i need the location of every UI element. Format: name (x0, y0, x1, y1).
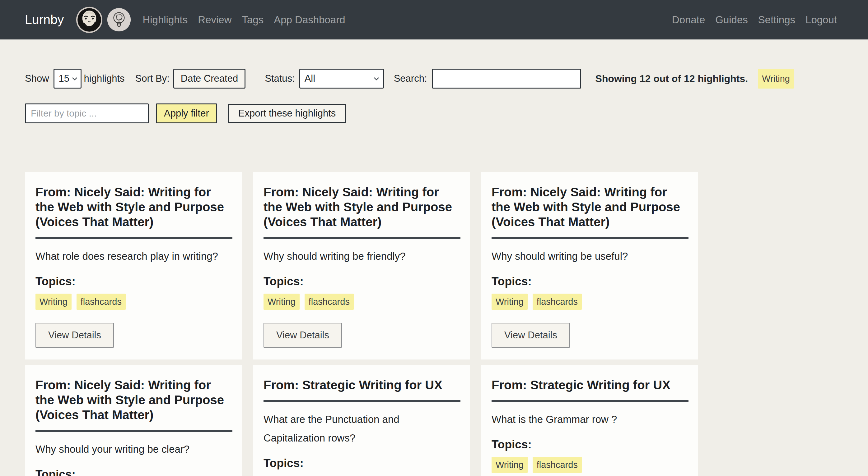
nav-links-right: Donate Guides Settings Logout (672, 14, 837, 26)
card-question: Why should writing be friendly? (264, 247, 460, 266)
card-topics-label: Topics: (492, 438, 688, 451)
nav-link-app-dashboard[interactable]: App Dashboard (274, 14, 345, 26)
status-select[interactable]: All (299, 69, 384, 89)
nav-link-guides[interactable]: Guides (715, 14, 748, 26)
card-question: What role does research play in writing? (35, 247, 232, 266)
show-label: Show (25, 73, 49, 84)
highlights-suffix-label: highlights (84, 73, 125, 84)
card-divider (35, 430, 232, 432)
highlight-card-4: From: Nicely Said: Writing for the Web w… (25, 365, 242, 476)
topic-tag-flashcards[interactable]: flashcards (533, 294, 582, 310)
card-topics-label: Topics: (492, 275, 688, 288)
brand-logo[interactable]: Lurnby (25, 12, 64, 27)
view-details-button[interactable]: View Details (264, 323, 342, 348)
apply-filter-button[interactable]: Apply filter (156, 103, 217, 123)
card-topics-label: Topics: (35, 468, 232, 476)
lurnby-lightbulb-avatar[interactable] (107, 8, 131, 32)
highlight-card-1: From: Nicely Said: Writing for the Web w… (25, 172, 242, 360)
card-divider (264, 237, 460, 239)
status-value: All (305, 73, 315, 84)
highlight-card-5: From: Strategic Writing for UX What are … (253, 365, 470, 476)
profile-avatar[interactable] (76, 6, 103, 33)
highlights-grid: From: Nicely Said: Writing for the Web w… (25, 172, 868, 476)
card-source-title: From: Nicely Said: Writing for the Web w… (264, 184, 460, 229)
show-count-value: 15 (59, 73, 69, 84)
card-divider (264, 400, 460, 402)
export-highlights-button[interactable]: Export these highlights (228, 104, 346, 123)
topic-filter-input[interactable] (25, 103, 149, 123)
card-divider (492, 400, 688, 402)
sort-by-label: Sort By: (135, 73, 169, 84)
card-question: Why should your writing be clear? (35, 440, 232, 458)
view-details-button[interactable]: View Details (492, 323, 570, 348)
nav-links-left: Highlights Review Tags App Dashboard (143, 14, 345, 26)
card-topic-tags: Writing flashcards (264, 294, 460, 310)
card-source-title: From: Nicely Said: Writing for the Web w… (35, 184, 232, 229)
highlight-card-2: From: Nicely Said: Writing for the Web w… (253, 172, 470, 360)
results-summary: Showing 12 out of 12 highlights. (595, 73, 748, 84)
nav-link-donate[interactable]: Donate (672, 14, 705, 26)
search-input[interactable] (432, 69, 581, 89)
filter-controls: Show 15 highlights Sort By: Date Created… (0, 39, 868, 123)
card-source-title: From: Strategic Writing for UX (492, 377, 688, 393)
card-divider (35, 237, 232, 239)
nav-link-tags[interactable]: Tags (242, 14, 264, 26)
card-topic-tags: Writing flashcards (492, 457, 688, 473)
card-topic-tags: Writing flashcards (35, 294, 232, 310)
sort-by-button[interactable]: Date Created (173, 69, 245, 89)
navbar: Lurnby (0, 0, 868, 39)
show-count-select[interactable]: 15 (54, 69, 82, 89)
card-divider (492, 237, 688, 239)
card-topics-label: Topics: (264, 275, 460, 288)
card-source-title: From: Nicely Said: Writing for the Web w… (492, 184, 688, 229)
card-source-title: From: Nicely Said: Writing for the Web w… (35, 377, 232, 422)
card-topics-label: Topics: (264, 456, 460, 470)
card-question: What are the Punctuation and Capitalizat… (264, 410, 460, 447)
card-question: Why should writing be useful? (492, 247, 688, 266)
chevron-down-icon (72, 77, 78, 80)
lightbulb-brain-icon (107, 8, 131, 32)
topic-tag-writing[interactable]: Writing (492, 457, 528, 473)
topic-tag-flashcards[interactable]: flashcards (533, 457, 582, 473)
topic-tag-writing[interactable]: Writing (492, 294, 528, 310)
topic-tag-flashcards[interactable]: flashcards (305, 294, 354, 310)
nav-link-highlights[interactable]: Highlights (143, 14, 188, 26)
nav-link-settings[interactable]: Settings (758, 14, 795, 26)
topic-tag-flashcards[interactable]: flashcards (76, 294, 126, 310)
bearded-man-avatar-icon (76, 6, 103, 33)
topic-tag-writing[interactable]: Writing (35, 294, 71, 310)
avatar-group (76, 6, 131, 33)
card-topics-label: Topics: (35, 275, 232, 288)
active-topic-badge[interactable]: Writing (758, 69, 794, 89)
filter-row-primary: Show 15 highlights Sort By: Date Created… (25, 69, 843, 89)
highlight-card-3: From: Nicely Said: Writing for the Web w… (481, 172, 698, 360)
card-topic-tags: Writing flashcards (492, 294, 688, 310)
search-label: Search: (394, 73, 427, 84)
view-details-button[interactable]: View Details (35, 323, 114, 348)
nav-link-logout[interactable]: Logout (805, 14, 837, 26)
filter-row-secondary: Apply filter Export these highlights (25, 103, 843, 123)
topic-tag-writing[interactable]: Writing (264, 294, 300, 310)
chevron-down-icon (374, 77, 379, 80)
card-source-title: From: Strategic Writing for UX (264, 377, 460, 393)
nav-link-review[interactable]: Review (198, 14, 231, 26)
highlight-card-6: From: Strategic Writing for UX What is t… (481, 365, 698, 476)
card-question: What is the Grammar row ? (492, 410, 688, 429)
status-label: Status: (265, 73, 295, 84)
